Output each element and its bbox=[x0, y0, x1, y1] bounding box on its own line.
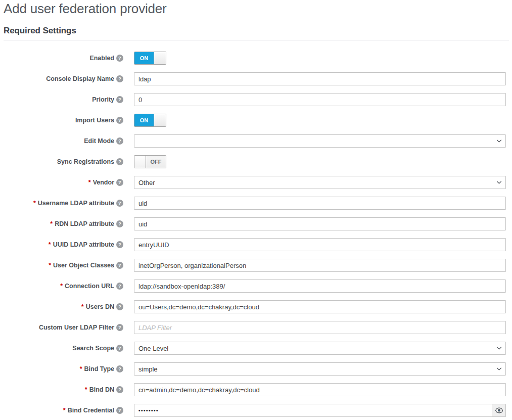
label-col: * Connection URL ? bbox=[0, 283, 123, 290]
help-icon[interactable]: ? bbox=[116, 137, 123, 145]
required-marker: * bbox=[80, 366, 82, 372]
control-col bbox=[134, 321, 506, 334]
bind-type-select[interactable]: simple bbox=[134, 362, 506, 376]
username-ldap-attribute-input[interactable] bbox=[134, 197, 506, 210]
form-row-rdn-ldap-attribute: * RDN LDAP attribute ? bbox=[0, 217, 512, 230]
control-col bbox=[134, 404, 506, 417]
label-col: * Bind DN ? bbox=[0, 386, 123, 393]
required-marker: * bbox=[49, 262, 51, 269]
field-label: User Object Classes bbox=[53, 262, 114, 269]
control-col bbox=[134, 72, 506, 85]
help-icon[interactable]: ? bbox=[116, 96, 123, 103]
field-label: Search Scope bbox=[72, 345, 114, 352]
control-col bbox=[134, 383, 506, 396]
toggle-handle bbox=[154, 114, 166, 126]
form-row-edit-mode: Edit Mode ? bbox=[0, 134, 512, 148]
form-row-bind-dn: * Bind DN ? bbox=[0, 383, 512, 396]
chevron-down-icon bbox=[496, 367, 502, 371]
field-label: Bind DN bbox=[89, 386, 114, 393]
enabled-toggle[interactable]: ON bbox=[134, 52, 166, 65]
form-row-vendor: * Vendor ? Other bbox=[0, 176, 512, 189]
help-icon[interactable]: ? bbox=[116, 158, 123, 165]
help-icon[interactable]: ? bbox=[116, 283, 123, 290]
priority-input[interactable] bbox=[134, 93, 506, 106]
required-marker: * bbox=[88, 179, 91, 186]
form-row-username-ldap-attribute: * Username LDAP attribute ? bbox=[0, 197, 512, 210]
control-col bbox=[134, 217, 506, 230]
required-marker: * bbox=[81, 304, 84, 310]
form-row-custom-user-ldap-filter: Custom User LDAP Filter ? bbox=[0, 321, 512, 334]
help-icon[interactable]: ? bbox=[116, 365, 123, 372]
search-scope-select[interactable]: One Level bbox=[134, 342, 506, 355]
help-icon[interactable]: ? bbox=[116, 220, 123, 227]
form-row-bind-type: * Bind Type ? simple bbox=[0, 362, 512, 376]
user-federation-form: Enabled ? ON Console Display Name ? bbox=[0, 52, 512, 417]
users-dn-input[interactable] bbox=[134, 300, 506, 313]
label-col: Priority ? bbox=[0, 96, 123, 103]
label-col: * RDN LDAP attribute ? bbox=[0, 220, 123, 227]
vendor-select[interactable]: Other bbox=[134, 176, 506, 189]
help-icon[interactable]: ? bbox=[116, 200, 123, 207]
bind-credential-group bbox=[134, 404, 506, 417]
control-col bbox=[134, 134, 506, 148]
label-col: Console Display Name ? bbox=[0, 75, 123, 82]
control-col bbox=[134, 259, 506, 272]
help-icon[interactable]: ? bbox=[116, 241, 123, 248]
bind-credential-input[interactable] bbox=[134, 404, 492, 417]
form-row-connection-url: * Connection URL ? bbox=[0, 279, 512, 293]
control-col bbox=[134, 197, 506, 210]
help-icon[interactable]: ? bbox=[116, 303, 123, 310]
help-icon[interactable]: ? bbox=[116, 75, 123, 82]
toggle-handle bbox=[134, 156, 146, 168]
import-users-toggle[interactable]: ON bbox=[134, 114, 166, 127]
label-col: * Bind Credential ? bbox=[0, 407, 123, 414]
control-col bbox=[134, 279, 506, 293]
field-label: Connection URL bbox=[65, 283, 114, 290]
label-col: Import Users ? bbox=[0, 117, 123, 124]
select-value: Other bbox=[138, 179, 155, 186]
field-label: Sync Registrations bbox=[57, 158, 114, 165]
help-icon[interactable]: ? bbox=[116, 324, 123, 331]
add-user-federation-page: Add user federation provider Required Se… bbox=[0, 1, 512, 420]
form-row-priority: Priority ? bbox=[0, 93, 512, 106]
help-icon[interactable]: ? bbox=[116, 55, 123, 62]
label-col: * Username LDAP attribute ? bbox=[0, 200, 123, 207]
chevron-down-icon bbox=[496, 139, 502, 143]
form-row-uuid-ldap-attribute: * UUID LDAP attribute ? bbox=[0, 238, 512, 251]
label-col: * UUID LDAP attribute ? bbox=[0, 241, 123, 248]
control-col: simple bbox=[134, 362, 506, 376]
help-icon[interactable]: ? bbox=[116, 179, 123, 186]
label-col: Enabled ? bbox=[0, 55, 123, 62]
uuid-ldap-attribute-input[interactable] bbox=[134, 238, 506, 251]
form-row-console-display-name: Console Display Name ? bbox=[0, 72, 512, 85]
help-icon[interactable]: ? bbox=[116, 262, 123, 269]
eye-icon bbox=[495, 407, 503, 413]
sync-registrations-toggle[interactable]: OFF bbox=[134, 155, 166, 168]
chevron-down-icon bbox=[496, 347, 502, 350]
field-label: RDN LDAP attribute bbox=[55, 220, 114, 227]
connection-url-input[interactable] bbox=[134, 279, 506, 293]
form-row-enabled: Enabled ? ON bbox=[0, 52, 512, 65]
custom-user-ldap-filter-input[interactable] bbox=[134, 321, 506, 334]
rdn-ldap-attribute-input[interactable] bbox=[134, 217, 506, 230]
label-col: * Bind Type ? bbox=[0, 365, 123, 372]
field-label: Bind Credential bbox=[68, 407, 114, 414]
help-icon[interactable]: ? bbox=[116, 386, 123, 393]
field-label: Bind Type bbox=[84, 365, 115, 372]
show-password-button[interactable] bbox=[492, 404, 506, 417]
help-icon[interactable]: ? bbox=[116, 407, 123, 414]
field-label: Import Users bbox=[75, 117, 114, 124]
edit-mode-select[interactable] bbox=[134, 134, 506, 148]
help-icon[interactable]: ? bbox=[116, 117, 123, 124]
required-marker: * bbox=[33, 200, 36, 207]
bind-dn-input[interactable] bbox=[134, 383, 506, 396]
field-label: Priority bbox=[92, 96, 114, 103]
required-marker: * bbox=[49, 242, 51, 248]
required-marker: * bbox=[85, 387, 87, 393]
user-object-classes-input[interactable] bbox=[134, 259, 506, 272]
field-label: Username LDAP attribute bbox=[38, 200, 114, 207]
label-col: Edit Mode ? bbox=[0, 137, 123, 145]
toggle-on-label: ON bbox=[134, 114, 154, 126]
console-display-name-input[interactable] bbox=[134, 72, 506, 85]
help-icon[interactable]: ? bbox=[116, 345, 123, 352]
